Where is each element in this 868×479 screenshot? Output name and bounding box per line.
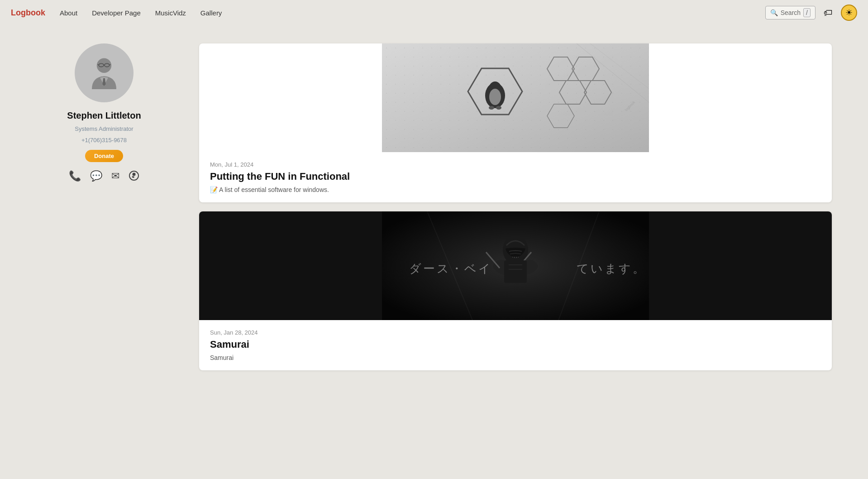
steam-icon[interactable] [129,170,139,184]
theme-toggle-button[interactable]: ☀ [841,5,857,21]
post-card-1-image: logbook [199,43,832,152]
nav-link-developer-page[interactable]: Developer Page [92,9,141,17]
post-card-2-body: Sun, Jan 28, 2024 Samurai Samurai [199,320,832,370]
hex-scene-svg: logbook [382,43,649,152]
post-card-1-title: Putting the FUN in Functional [210,171,821,182]
search-label: Search [781,9,801,16]
nav-links: About Developer Page MusicVidz Gallery [60,9,222,17]
search-shortcut: / [803,8,811,17]
svg-point-15 [489,106,494,110]
svg-text:ています。: ています。 [577,262,646,275]
sun-icon: ☀ [845,8,853,18]
svg-rect-34 [504,260,527,283]
profile-name: Stephen Littleton [67,110,141,121]
svg-point-14 [489,89,501,105]
navbar: Logbook About Developer Page MusicVidz G… [0,0,868,25]
post-card-2-desc: Samurai [210,354,821,361]
profile-title: Systems Administrator [75,125,133,132]
nav-link-gallery[interactable]: Gallery [200,9,222,17]
main-layout: Stephen Littleton Systems Administrator … [0,25,868,388]
tag-icon: 🏷 [824,8,833,18]
sidebar: Stephen Littleton Systems Administrator … [36,43,172,184]
nav-link-about[interactable]: About [60,9,77,17]
svg-rect-10 [382,43,649,152]
chat-icon[interactable]: 💬 [90,170,102,184]
avatar-image [84,53,124,93]
email-icon[interactable]: ✉ [111,170,119,184]
search-icon: 🔍 [770,9,778,16]
posts-list: logbook Mon, Jul 1, 2024 Putting the FUN… [199,43,832,370]
avatar [75,43,134,102]
tag-button[interactable]: 🏷 [821,5,835,20]
search-box[interactable]: 🔍 Search / [765,6,816,19]
post-card-1-date: Mon, Jul 1, 2024 [210,161,821,168]
svg-point-16 [496,106,501,110]
nav-logo[interactable]: Logbook [11,8,45,18]
nav-right: 🔍 Search / 🏷 ☀ [765,5,857,21]
post-card-2-title: Samurai [210,339,821,350]
post-card-1[interactable]: logbook Mon, Jul 1, 2024 Putting the FUN… [199,43,832,202]
profile-phone: +1(706)315-9678 [81,137,127,144]
post-card-2[interactable]: ダース・ベイ [199,211,832,370]
post-card-2-image: ダース・ベイ [199,211,832,320]
svg-point-7 [133,173,136,176]
donate-button[interactable]: Donate [85,150,123,162]
nav-link-musicvidz[interactable]: MusicVidz [155,9,186,17]
post-card-2-date: Sun, Jan 28, 2024 [210,329,821,336]
post-card-1-desc: 📝 A list of essential software for windo… [210,186,821,193]
social-icons: 📞 💬 ✉ [69,170,139,184]
phone-icon[interactable]: 📞 [69,170,81,184]
post-card-1-body: Mon, Jul 1, 2024 Putting the FUN in Func… [199,152,832,202]
samurai-scene-svg: ダース・ベイ [382,211,649,320]
